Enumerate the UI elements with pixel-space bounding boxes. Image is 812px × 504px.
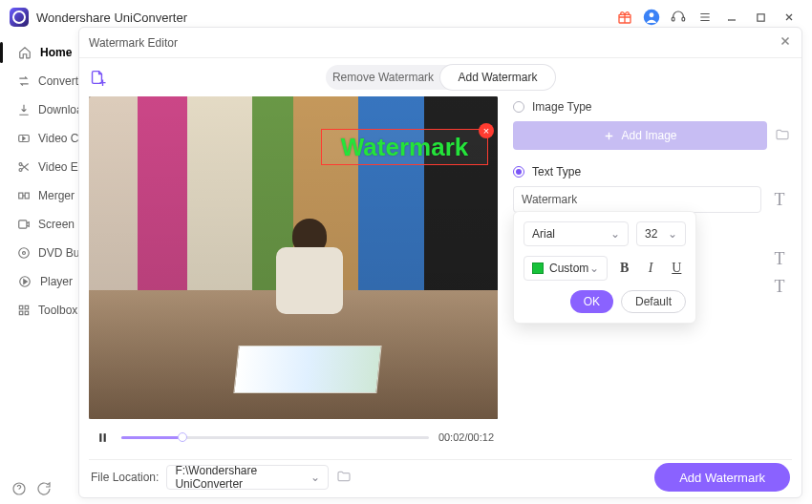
tab-add-watermark[interactable]: Add Watermark (440, 65, 555, 90)
sidebar: Home Converter Downloader Video Compress… (0, 34, 81, 475)
merger-icon (17, 188, 31, 203)
image-type-label: Image Type (532, 100, 591, 114)
sidebar-item-screen-recorder[interactable]: Screen Recorder (0, 210, 81, 239)
sidebar-item-label: Home (40, 46, 72, 59)
bold-button[interactable]: B (615, 258, 633, 279)
svg-rect-18 (25, 311, 29, 315)
disc-icon (17, 245, 31, 261)
svg-rect-16 (25, 305, 29, 309)
sidebar-item-converter[interactable]: Converter (0, 67, 81, 95)
watermark-text-input[interactable] (513, 186, 761, 213)
underline-button[interactable]: U (668, 258, 686, 279)
file-location-select[interactable]: F:\Wondershare UniConverter ⌄ (166, 465, 329, 490)
watermark-mode-segment: Remove Watermark Add Watermark (326, 65, 555, 90)
app-logo (10, 8, 29, 27)
italic-button[interactable]: I (641, 258, 659, 279)
delete-watermark-icon[interactable]: × (479, 123, 494, 138)
watermark-editor-modal: Watermark Editor + Remove Watermark Add … (78, 27, 802, 498)
svg-point-2 (650, 12, 654, 17)
help-icon[interactable] (11, 481, 27, 499)
ok-button[interactable]: OK (570, 290, 613, 313)
font-family-select[interactable]: Arial ⌄ (524, 221, 629, 246)
sidebar-item-player[interactable]: Player (0, 267, 81, 296)
svg-rect-5 (757, 13, 763, 20)
sidebar-item-merger[interactable]: Merger (0, 181, 81, 210)
close-icon[interactable] (779, 34, 792, 51)
seek-slider[interactable] (121, 436, 429, 439)
default-button[interactable]: Default (621, 290, 686, 313)
converter-icon (17, 74, 31, 89)
chevron-down-icon: ⌄ (310, 471, 320, 484)
modal-title: Watermark Editor (89, 36, 178, 50)
support-icon[interactable] (667, 6, 690, 29)
sidebar-item-label: Toolbox (38, 304, 77, 317)
text-style-icon[interactable]: T (769, 190, 790, 210)
grid-icon (17, 303, 31, 318)
scissors-icon (17, 159, 31, 175)
app-title: Wondershare UniConverter (36, 10, 187, 25)
pause-button[interactable] (93, 428, 112, 447)
svg-rect-11 (19, 220, 27, 228)
svg-rect-15 (19, 305, 23, 309)
menu-icon[interactable] (694, 6, 716, 29)
browse-location-icon[interactable] (336, 469, 352, 487)
svg-rect-21 (103, 433, 105, 442)
svg-rect-10 (25, 193, 29, 199)
add-watermark-button[interactable]: Add Watermark (654, 463, 790, 492)
video-preview[interactable]: Watermark × (89, 96, 498, 419)
record-icon (17, 217, 31, 232)
sidebar-item-downloader[interactable]: Downloader (0, 95, 81, 124)
text-style-icon[interactable]: T (769, 277, 790, 297)
font-size-select[interactable]: 32 ⌄ (636, 221, 686, 246)
sidebar-item-label: Player (40, 275, 73, 288)
sidebar-item-video-editor[interactable]: Video Editor (0, 153, 81, 181)
file-location-label: File Location: (91, 471, 159, 484)
browse-image-icon[interactable] (775, 127, 790, 145)
watermark-overlay[interactable]: Watermark × (321, 129, 488, 165)
sidebar-item-toolbox[interactable]: Toolbox (0, 296, 81, 325)
play-icon (17, 274, 32, 289)
chevron-down-icon: ⌄ (589, 262, 599, 275)
text-type-radio[interactable] (513, 166, 524, 178)
feedback-icon[interactable] (36, 481, 52, 499)
download-icon (17, 102, 31, 117)
text-type-label: Text Type (532, 165, 581, 178)
compress-icon (17, 131, 31, 146)
color-swatch (532, 262, 544, 274)
add-image-button[interactable]: Add Image (513, 121, 767, 150)
svg-rect-20 (99, 433, 101, 442)
chevron-down-icon: ⌄ (668, 227, 677, 241)
gift-icon[interactable] (613, 6, 636, 29)
text-style-icon[interactable]: T (769, 249, 790, 269)
image-type-radio[interactable] (513, 101, 524, 113)
color-mode-select[interactable]: Custom ⌄ (524, 256, 608, 281)
svg-point-12 (19, 248, 30, 259)
add-media-icon[interactable]: + (89, 66, 112, 89)
svg-rect-17 (19, 311, 23, 315)
tab-remove-watermark[interactable]: Remove Watermark (326, 65, 440, 90)
seek-thumb[interactable] (178, 432, 187, 442)
text-style-popover: Arial ⌄ 32 ⌄ Custom ⌄ B I (513, 211, 696, 324)
account-icon[interactable] (640, 6, 663, 29)
sidebar-item-dvd-burner[interactable]: DVD Burner (0, 239, 81, 267)
time-display: 00:02/00:12 (438, 431, 494, 443)
watermark-text: Watermark (341, 133, 468, 162)
sidebar-item-label: Merger (38, 189, 75, 202)
sidebar-item-home[interactable]: Home (0, 38, 81, 67)
sidebar-item-video-compressor[interactable]: Video Compressor (0, 124, 81, 153)
svg-rect-9 (19, 193, 23, 199)
video-subject (252, 219, 367, 362)
svg-point-13 (23, 252, 26, 255)
home-icon (17, 45, 32, 60)
chevron-down-icon: ⌄ (610, 227, 620, 241)
